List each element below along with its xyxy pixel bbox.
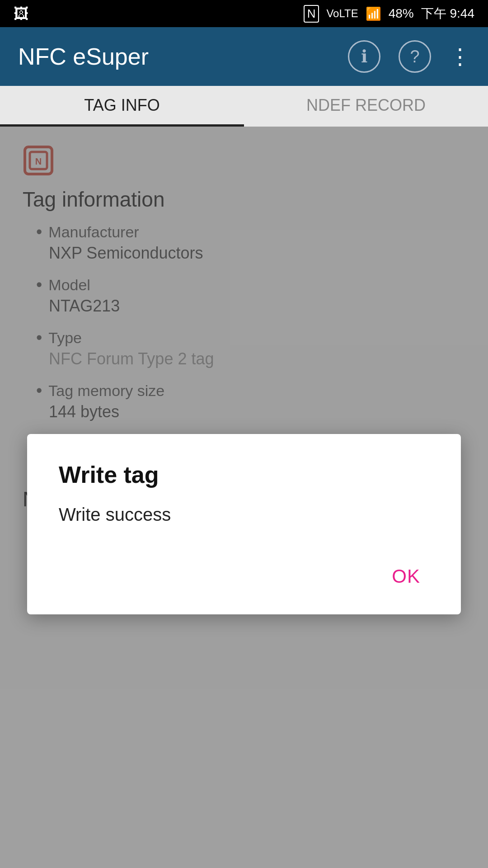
tab-ndef-record[interactable]: NDEF RECORD [244, 86, 488, 127]
tab-bar: TAG INFO NDEF RECORD [0, 86, 488, 127]
app-bar: NFC eSuper ℹ ? ⋮ [0, 27, 488, 86]
volte-icon: VoLTE [326, 7, 358, 20]
app-title: NFC eSuper [18, 43, 330, 70]
wifi-icon: 📶 [366, 6, 381, 21]
more-icon: ⋮ [449, 45, 470, 69]
dialog-message: Write success [59, 505, 429, 525]
thumbnail-icon: 🖼 [14, 5, 29, 23]
help-icon: ? [410, 47, 419, 66]
content-area: N Tag information Manufacturer NXP Semic… [0, 127, 488, 868]
info-button[interactable]: ℹ [348, 40, 380, 73]
battery-text: 48% [389, 6, 414, 21]
time-text: 下午 9:44 [421, 5, 474, 22]
tab-tag-info[interactable]: TAG INFO [0, 86, 244, 127]
dialog-actions: OK [59, 561, 429, 592]
write-tag-dialog: Write tag Write success OK [27, 434, 461, 614]
help-button[interactable]: ? [399, 40, 431, 73]
dialog-title: Write tag [59, 461, 429, 488]
info-icon: ℹ [361, 47, 367, 66]
nfc-status-icon: N [304, 5, 319, 23]
more-menu-button[interactable]: ⋮ [449, 44, 470, 69]
status-bar: 🖼 N VoLTE 📶 48% 下午 9:44 [0, 0, 488, 27]
dialog-ok-button[interactable]: OK [383, 561, 429, 592]
